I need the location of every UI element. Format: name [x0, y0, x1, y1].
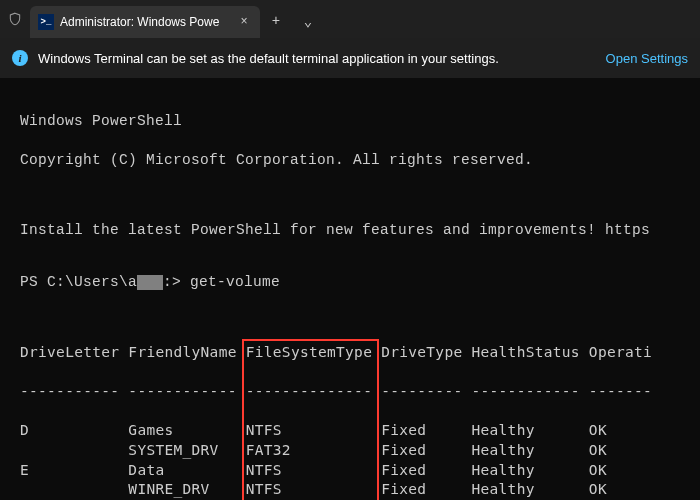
titlebar: >_ Administrator: Windows Powe × + ⌄ — [0, 0, 700, 38]
infobar-message: Windows Terminal can be set as the defau… — [38, 51, 596, 66]
table-row: E Data NTFS Fixed Healthy OK — [20, 461, 692, 481]
shield-icon — [0, 12, 30, 26]
tab-dropdown-button[interactable]: ⌄ — [292, 5, 324, 37]
table-header-row: DriveLetter FriendlyName FileSystemType … — [20, 343, 692, 363]
command-text: get-volume — [190, 274, 280, 290]
banner-line: Install the latest PowerShell for new fe… — [20, 221, 692, 241]
prompt-prefix: PS C:\Users\a — [20, 274, 137, 290]
table-separator-row: ----------- ------------ -------------- … — [20, 382, 692, 402]
prompt-line: PS C:\Users\a:> get-volume — [20, 273, 692, 293]
table-row: D Games NTFS Fixed Healthy OK — [20, 421, 692, 441]
banner-line: Copyright (C) Microsoft Corporation. All… — [20, 151, 692, 171]
redacted-text — [137, 275, 163, 290]
open-settings-link[interactable]: Open Settings — [606, 51, 688, 66]
banner-line: Windows PowerShell — [20, 112, 692, 132]
tab-title: Administrator: Windows Powe — [60, 15, 230, 29]
tab-powershell[interactable]: >_ Administrator: Windows Powe × — [30, 6, 260, 38]
table-row: SYSTEM_DRV FAT32 Fixed Healthy OK — [20, 441, 692, 461]
terminal-output[interactable]: Windows PowerShell Copyright (C) Microso… — [0, 78, 700, 500]
table-row: WINRE_DRV NTFS Fixed Healthy OK — [20, 480, 692, 500]
prompt-suffix: :> — [163, 274, 181, 290]
infobar: i Windows Terminal can be set as the def… — [0, 38, 700, 78]
close-tab-button[interactable]: × — [236, 14, 252, 30]
powershell-icon: >_ — [38, 14, 54, 30]
info-icon: i — [12, 50, 28, 66]
new-tab-button[interactable]: + — [260, 5, 292, 37]
